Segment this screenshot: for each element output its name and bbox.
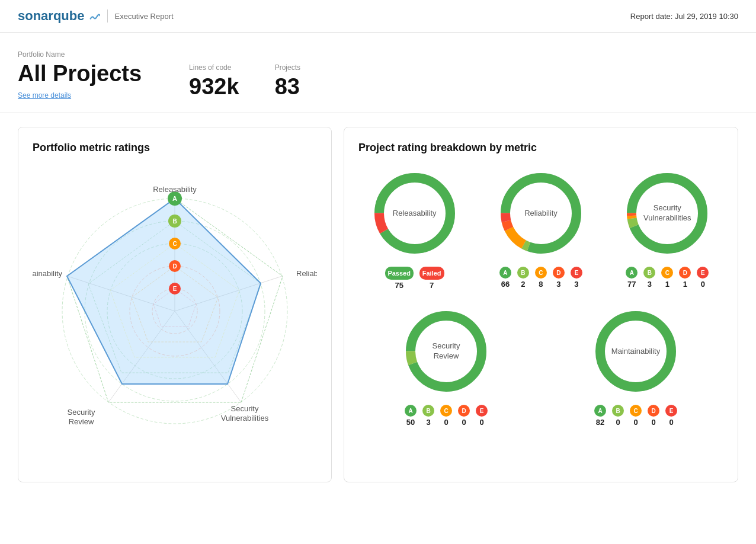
security-review-chart: Security Review A 50 B 3 C 0 xyxy=(358,304,534,427)
badge-d: D xyxy=(679,267,691,279)
badge-a: A xyxy=(405,405,417,417)
failed-count: 7 xyxy=(430,281,434,290)
svg-text:B: B xyxy=(172,218,177,225)
svg-text:A: A xyxy=(172,195,177,202)
reliability-label: Reliability xyxy=(514,209,568,219)
svg-text:Vulnerabilities: Vulnerabilities xyxy=(221,414,269,423)
logo-qube: qube xyxy=(53,8,85,23)
reliability-donut-wrapper: Reliability xyxy=(494,166,588,261)
donut-grid-top: Releasability Passed 75 Failed 7 xyxy=(358,166,723,290)
legend-d: D 3 xyxy=(553,267,565,289)
badge-d: D xyxy=(648,405,659,417)
maintainability-chart: Maintainability A 82 B 0 C 0 xyxy=(548,304,723,427)
see-more-link[interactable]: See more details xyxy=(18,91,71,100)
svg-text:Security: Security xyxy=(231,404,259,413)
passed-count: 75 xyxy=(395,281,403,290)
releasability-donut-wrapper: Releasability xyxy=(367,166,462,261)
logo-sonar: sonar xyxy=(18,8,53,23)
sec-vuln-label: Security Vulnerabilities xyxy=(640,203,694,223)
right-panel-title: Project rating breakdown by metric xyxy=(358,142,723,154)
badge-a: A xyxy=(499,267,511,279)
portfolio-metrics-panel: Portfolio metric ratings xyxy=(18,127,332,482)
logo: sonarqube xyxy=(18,8,100,24)
badge-b: B xyxy=(517,267,529,279)
lines-of-code-value: 932k xyxy=(189,74,239,100)
badge-a: A xyxy=(594,405,606,417)
legend-c: C 8 xyxy=(535,267,547,289)
security-vulnerabilities-chart: Security Vulnerabilities A 77 B 3 C 1 xyxy=(611,166,723,290)
badge-e: E xyxy=(665,405,677,417)
svg-marker-15 xyxy=(67,199,261,384)
svg-text:Reliability: Reliability xyxy=(296,269,317,278)
lines-of-code-metric: Lines of code 932k xyxy=(189,63,239,100)
svg-text:E: E xyxy=(173,286,177,292)
badge-c: C xyxy=(661,267,673,279)
sec-vuln-legend: A 77 B 3 C 1 D 1 xyxy=(626,267,709,289)
projects-label: Projects xyxy=(275,63,300,72)
legend-failed: Failed 7 xyxy=(419,267,444,290)
sec-review-donut-wrapper: Security Review xyxy=(399,304,494,399)
radar-chart-container: A B C D E Releasability Reliability xyxy=(33,166,317,462)
releasability-legend: Passed 75 Failed 7 xyxy=(385,267,444,290)
releasability-label: Releasability xyxy=(388,209,441,219)
passed-badge: Passed xyxy=(385,267,414,280)
badge-b: B xyxy=(422,405,434,417)
badge-c: C xyxy=(440,405,452,417)
badge-e: E xyxy=(571,267,582,279)
portfolio-section: Portfolio Name All Projects See more det… xyxy=(0,33,756,113)
portfolio-label: Portfolio Name xyxy=(18,50,738,59)
svg-text:C: C xyxy=(172,241,177,247)
legend-e: E 3 xyxy=(571,267,582,289)
badge-c: C xyxy=(630,405,642,417)
badge-b: B xyxy=(612,405,624,417)
svg-text:Review: Review xyxy=(69,417,94,426)
sec-review-legend: A 50 B 3 C 0 D 0 xyxy=(405,405,488,427)
sec-vuln-donut-wrapper: Security Vulnerabilities xyxy=(620,166,715,261)
badge-b: B xyxy=(643,267,655,279)
svg-text:Maintainability: Maintainability xyxy=(33,269,62,278)
svg-text:D: D xyxy=(172,263,177,270)
report-date: Report date: Jul 29, 2019 10:30 xyxy=(630,12,738,21)
releasability-chart: Releasability Passed 75 Failed 7 xyxy=(358,166,470,290)
badge-e: E xyxy=(697,267,709,279)
logo-area: sonarqube Executive Report xyxy=(18,8,174,24)
svg-text:Releasability: Releasability xyxy=(153,185,197,194)
portfolio-name-block: All Projects See more details xyxy=(18,61,142,100)
legend-passed: Passed 75 xyxy=(385,267,414,290)
projects-value: 83 xyxy=(275,74,300,100)
header-divider xyxy=(107,9,108,23)
radar-chart-svg: A B C D E Releasability Reliability xyxy=(33,166,317,462)
donut-grid-bottom: Security Review A 50 B 3 C 0 xyxy=(358,304,723,427)
portfolio-header: All Projects See more details Lines of c… xyxy=(18,61,738,100)
project-rating-panel: Project rating breakdown by metric Relea… xyxy=(344,127,738,482)
maintainability-label: Maintainability xyxy=(609,347,662,357)
projects-metric: Projects 83 xyxy=(275,63,300,100)
legend-a: A 66 xyxy=(499,267,511,289)
reliability-legend: A 66 B 2 C 8 D 3 xyxy=(499,267,582,289)
main-content: Portfolio metric ratings xyxy=(0,113,756,497)
badge-e: E xyxy=(476,405,488,417)
legend-b: B 2 xyxy=(517,267,529,289)
summary-metrics: Lines of code 932k Projects 83 xyxy=(189,61,300,100)
badge-a: A xyxy=(626,267,638,279)
badge-c: C xyxy=(535,267,547,279)
badge-d: D xyxy=(458,405,470,417)
maintainability-donut-wrapper: Maintainability xyxy=(588,304,683,399)
sec-review-label: Security Review xyxy=(419,341,473,361)
failed-badge: Failed xyxy=(419,267,444,280)
sonarqube-wave-icon xyxy=(89,11,100,22)
maintainability-legend: A 82 B 0 C 0 D 0 xyxy=(594,405,677,427)
report-title-label: Executive Report xyxy=(115,12,174,21)
page-header: sonarqube Executive Report Report date: … xyxy=(0,0,756,33)
svg-text:Security: Security xyxy=(68,408,95,417)
badge-d: D xyxy=(553,267,565,279)
lines-of-code-label: Lines of code xyxy=(189,63,239,72)
portfolio-name: All Projects xyxy=(18,61,142,87)
reliability-chart: Reliability A 66 B 2 C 8 xyxy=(485,166,597,290)
left-panel-title: Portfolio metric ratings xyxy=(33,142,317,154)
